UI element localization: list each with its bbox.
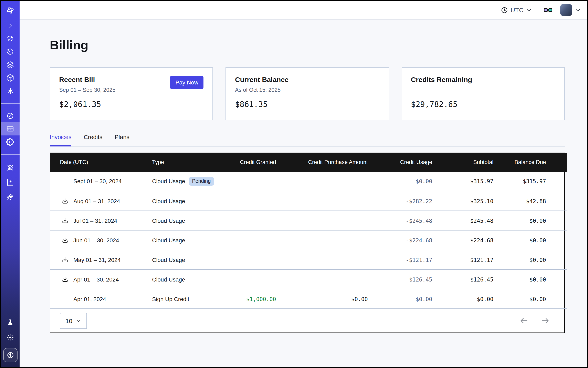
- table-pagination: 10: [50, 309, 564, 332]
- sidebar-item-docs[interactable]: [1, 175, 19, 190]
- sidebar-item-settings[interactable]: [1, 136, 19, 148]
- credit-usage-value: -$245.48: [368, 211, 432, 230]
- column-header-credit-purchase-amount: Credit Purchase Amount: [276, 153, 368, 172]
- chevron-down-icon: [575, 7, 581, 13]
- sidebar-item-expand[interactable]: [1, 19, 19, 32]
- credit-usage-value: -$224.68: [368, 230, 432, 250]
- balance-due-value: $0.00: [493, 250, 567, 269]
- credit-purchase-value: [276, 191, 368, 211]
- credit-usage-value: $0.00: [368, 289, 432, 309]
- table-row: Aug 01 – 31, 2024 Cloud Usage -$282.22 $…: [50, 191, 567, 211]
- user-avatar: [560, 4, 572, 16]
- viewport: UTC Billing: [0, 0, 588, 368]
- column-header-subtotal: Subtotal: [432, 153, 493, 172]
- tab-plans[interactable]: Plans: [115, 134, 129, 146]
- credit-usage-value: -$126.45: [368, 269, 432, 289]
- subtotal-value: $126.45: [432, 269, 493, 289]
- credit-purchase-value: [276, 211, 368, 230]
- reader-mode-button[interactable]: [543, 5, 553, 15]
- card-subtitle: As of Oct 15, 2025: [235, 87, 380, 94]
- next-page-button[interactable]: [541, 316, 550, 325]
- page-size-select[interactable]: 10: [60, 313, 87, 329]
- main-area: UTC Billing: [19, 1, 587, 367]
- timezone-selector[interactable]: UTC: [501, 6, 532, 14]
- sidebar-divider: [1, 103, 19, 104]
- column-header-credit-granted: Credit Granted: [226, 153, 276, 172]
- page-title: Billing: [50, 38, 565, 53]
- credit-purchase-value: [276, 250, 368, 269]
- page-size-value: 10: [65, 317, 72, 324]
- download-invoice-icon[interactable]: [62, 237, 68, 243]
- card-title: Current Balance: [235, 76, 380, 84]
- account-menu[interactable]: [553, 4, 581, 16]
- column-header-date: Date (UTC): [50, 153, 152, 172]
- credits-remaining-amount: $29,782.65: [411, 100, 555, 109]
- tab-credits[interactable]: Credits: [84, 134, 102, 146]
- card-subtitle: [411, 87, 555, 94]
- book-sparkle-icon: [6, 178, 14, 186]
- recent-bill-card: Recent Bill Sep 01 – Sep 30, 2025 $2,061…: [50, 67, 213, 120]
- table-row: Sept 01 – 30, 2024 Cloud UsagePending $0…: [50, 172, 567, 191]
- sidebar-item-logo[interactable]: [1, 1, 19, 19]
- previous-page-button[interactable]: [519, 316, 528, 325]
- rocket-icon: [6, 193, 14, 201]
- sidebar-item-credits[interactable]: [3, 348, 17, 362]
- table-header-row: Date (UTC) Type Credit Granted Credit Pu…: [50, 153, 567, 172]
- credit-usage-value: -$282.22: [368, 191, 432, 211]
- download-invoice-icon[interactable]: [62, 217, 68, 224]
- invoice-date: Apr 01, 2024: [73, 295, 106, 302]
- pay-now-button[interactable]: Pay Now: [170, 76, 204, 89]
- topbar: UTC: [19, 1, 587, 19]
- summary-cards: Recent Bill Sep 01 – Sep 30, 2025 $2,061…: [50, 67, 565, 120]
- sidebar-item-layers[interactable]: [1, 58, 19, 71]
- sidebar-item-support[interactable]: [1, 160, 19, 175]
- ship-wheel-icon: [6, 164, 14, 172]
- balance-due-value: $0.00: [493, 269, 567, 289]
- credit-usage-value: -$121.17: [368, 250, 432, 269]
- invoice-type: Cloud Usage: [152, 217, 185, 224]
- invoice-date: Jul 01 – 31, 2024: [73, 217, 117, 224]
- subtotal-value: $245.48: [432, 211, 493, 230]
- sidebar-item-billing[interactable]: [1, 122, 19, 136]
- download-invoice-icon[interactable]: [62, 257, 68, 263]
- timer-icon: [6, 48, 14, 56]
- balance-due-value: $0.00: [493, 230, 567, 250]
- credit-granted-value: [226, 172, 276, 191]
- balance-due-value: $0.00: [493, 211, 567, 230]
- sidebar-item-observe[interactable]: [1, 32, 19, 45]
- clock-icon: [501, 6, 508, 14]
- credit-granted-value: [226, 211, 276, 230]
- glasses-icon: [543, 5, 553, 15]
- table-row: Jun 01 – 30, 2024 Cloud Usage -$224.68 $…: [50, 230, 567, 250]
- sidebar-item-labs[interactable]: [6, 315, 14, 330]
- chevron-down-icon: [76, 318, 81, 323]
- sidebar-item-usage[interactable]: [1, 109, 19, 122]
- invoice-type: Cloud Usage: [152, 198, 185, 204]
- credit-granted-value: [226, 191, 276, 211]
- subtotal-value: $224.68: [432, 230, 493, 250]
- sidebar-item-getting-started[interactable]: [1, 190, 19, 204]
- layers-icon: [6, 61, 14, 69]
- table-row: Apr 01 – 30, 2024 Cloud Usage -$126.45 $…: [50, 269, 567, 289]
- billing-tabs: Invoices Credits Plans: [50, 134, 565, 146]
- credit-granted-value: [226, 269, 276, 289]
- app-window: UTC Billing: [0, 0, 588, 368]
- download-invoice-icon[interactable]: [62, 198, 68, 204]
- subtotal-value: $325.10: [432, 191, 493, 211]
- credit-purchase-value: $0.00: [276, 289, 368, 309]
- table-row: Apr 01, 2024 Sign Up Credit $1,000.00 $0…: [50, 289, 567, 309]
- sidebar-item-packages[interactable]: [1, 71, 19, 84]
- credit-purchase-value: [276, 172, 368, 191]
- invoice-date: Apr 01 – 30, 2024: [73, 276, 119, 283]
- sidebar-item-services[interactable]: [1, 84, 19, 98]
- table-row: Jul 01 – 31, 2024 Cloud Usage -$245.48 $…: [50, 211, 567, 230]
- invoice-date: Aug 01 – 31, 2024: [73, 198, 120, 204]
- sidebar-item-theme[interactable]: [6, 330, 14, 345]
- download-invoice-icon[interactable]: [62, 276, 68, 282]
- credit-granted-value: [226, 250, 276, 269]
- credits-remaining-card: Credits Remaining $29,782.65: [401, 67, 565, 120]
- sidebar-divider: [1, 154, 19, 155]
- dollar-badge-icon: [6, 351, 15, 359]
- tab-invoices[interactable]: Invoices: [50, 134, 71, 147]
- sidebar-item-history[interactable]: [1, 45, 19, 58]
